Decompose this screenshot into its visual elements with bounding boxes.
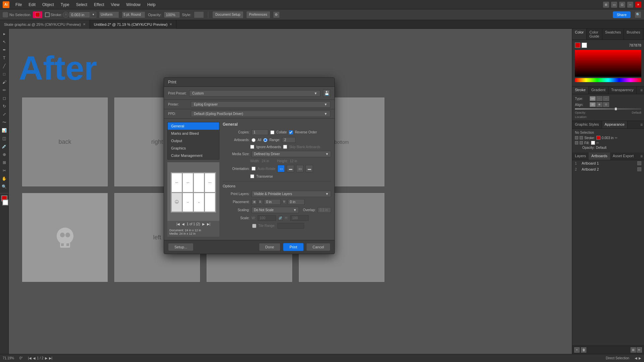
artboard-options-icon-2[interactable] bbox=[637, 167, 641, 171]
stroke-tab[interactable]: Stroke bbox=[572, 86, 589, 94]
fill-visibility-icon[interactable] bbox=[575, 141, 578, 144]
tab-close-2[interactable]: ✕ bbox=[169, 22, 172, 26]
document-setup-btn[interactable]: Document Setup bbox=[212, 11, 244, 18]
x-input[interactable] bbox=[264, 199, 281, 205]
placement-icon[interactable]: ⊞ bbox=[252, 199, 257, 205]
rect-tool[interactable]: □ bbox=[1, 70, 8, 78]
ppd-dropdown[interactable]: Default (Epilog PostScript Driver) ▼ bbox=[191, 111, 330, 117]
artboard-delete-btn[interactable]: 🗑 bbox=[581, 347, 586, 353]
warp-tool[interactable]: 〜 bbox=[1, 119, 8, 126]
y-input[interactable] bbox=[288, 199, 305, 205]
range-radio[interactable] bbox=[263, 138, 267, 142]
graphic-styles-tab[interactable]: Graphic Styles bbox=[572, 121, 602, 128]
gradient-tab[interactable]: Gradient bbox=[589, 86, 608, 94]
preset-save-icon[interactable]: 💾 bbox=[323, 89, 330, 97]
panel-bottom-icon-1[interactable]: ⊞ bbox=[631, 347, 636, 353]
current-stroke-swatch[interactable] bbox=[582, 43, 587, 48]
transverse-checkbox[interactable] bbox=[250, 174, 254, 178]
minimize-icon[interactable]: ─ bbox=[627, 2, 633, 8]
media-size-dropdown[interactable]: Defined by Driver ▼ bbox=[252, 151, 331, 157]
appearance-tab[interactable]: Appearance bbox=[602, 121, 628, 128]
orient-portrait-flip-btn[interactable]: ▭ bbox=[296, 165, 304, 172]
stroke-panel-menu-icon[interactable]: ≡ bbox=[639, 86, 644, 94]
nav-color-management[interactable]: Color Management bbox=[168, 152, 219, 159]
share-btn[interactable]: Share bbox=[613, 11, 631, 18]
stroke-color-swatch[interactable] bbox=[596, 136, 600, 140]
selection-tool-icon[interactable] bbox=[3, 12, 8, 17]
cancel-btn[interactable]: Cancel bbox=[306, 243, 330, 251]
artboard-tool[interactable]: ⊞ bbox=[1, 159, 8, 166]
printer-dropdown[interactable]: Epilog Engraver ▼ bbox=[191, 101, 330, 108]
scale-tool[interactable]: ⤢ bbox=[1, 111, 8, 118]
page-next-btn[interactable]: ▶ bbox=[45, 356, 48, 360]
canvas-area[interactable]: After back right bottom bbox=[9, 29, 572, 354]
stroke-type-dotted-btn[interactable]: ··· bbox=[603, 96, 609, 101]
stroke-down-icon[interactable]: ▼ bbox=[90, 12, 96, 18]
artboard-row-1[interactable]: 1 Artboard 1 bbox=[572, 160, 644, 166]
stroke-edit-icon[interactable]: ✏ bbox=[615, 136, 618, 140]
stroke-color-box[interactable] bbox=[45, 12, 50, 17]
line-tool[interactable]: ╱ bbox=[1, 62, 8, 70]
brushes-tab[interactable]: Brushes bbox=[624, 29, 643, 40]
opacity-handle[interactable] bbox=[615, 108, 617, 110]
status-icon-2[interactable]: ▶ bbox=[639, 356, 641, 360]
collate-checkbox[interactable] bbox=[270, 130, 274, 134]
menu-type[interactable]: Type bbox=[58, 2, 72, 8]
menu-file[interactable]: File bbox=[13, 2, 24, 8]
stroke-value-input[interactable] bbox=[69, 12, 90, 17]
menu-select[interactable]: Select bbox=[73, 2, 90, 8]
layers-menu-icon[interactable]: ≡ bbox=[639, 153, 644, 160]
tab-close-1[interactable]: ✕ bbox=[83, 22, 86, 26]
menu-object[interactable]: Object bbox=[40, 2, 57, 8]
preset-dropdown[interactable]: Custom ▼ bbox=[189, 90, 320, 97]
pencil-tool[interactable]: ✏ bbox=[1, 86, 8, 94]
tab-untitled[interactable]: Untitled-2* @ 71.19 % (CMYK/CPU Preview)… bbox=[90, 20, 177, 29]
scaling-dropdown[interactable]: Do Not Scale ▼ bbox=[252, 207, 299, 213]
done-btn[interactable]: Done bbox=[259, 243, 280, 251]
gradient-tool[interactable]: ◫ bbox=[1, 135, 8, 142]
tab-skate[interactable]: Skate graphic.ai @ 25% (CMYK/CPU Preview… bbox=[0, 20, 90, 29]
page-last-btn[interactable]: ▶| bbox=[49, 356, 53, 360]
pen-tool[interactable]: ✒ bbox=[1, 46, 8, 54]
color-spectrum[interactable] bbox=[575, 50, 641, 77]
eraser-tool[interactable]: ◻ bbox=[1, 95, 8, 102]
orient-portrait-btn[interactable]: ▭ bbox=[277, 165, 285, 172]
resize-icon[interactable]: ⊡ bbox=[619, 2, 625, 8]
nav-general[interactable]: General bbox=[168, 122, 219, 130]
paintbrush-tool[interactable]: 🖌 bbox=[1, 78, 8, 86]
copies-input[interactable] bbox=[252, 129, 268, 135]
menu-effect[interactable]: Effect bbox=[91, 2, 107, 8]
zoom-tool[interactable]: 🔍 bbox=[1, 183, 8, 190]
auto-rotate-checkbox[interactable] bbox=[252, 167, 256, 171]
artboards-tab[interactable]: Artboards bbox=[589, 153, 610, 160]
eyedropper-tool[interactable]: 💉 bbox=[1, 143, 8, 150]
preview-prev-icon[interactable]: ◀ bbox=[182, 222, 184, 226]
color-tab[interactable]: Color bbox=[572, 29, 587, 40]
lock-icon[interactable]: 🔗 bbox=[278, 216, 283, 221]
artboard-add-btn[interactable]: + bbox=[574, 347, 580, 353]
asset-export-tab[interactable]: Asset Export bbox=[610, 153, 636, 160]
orient-landscape-flip-btn[interactable]: ▬ bbox=[306, 165, 313, 172]
stroke-type-dashed-btn[interactable]: - - bbox=[596, 96, 602, 101]
fill-swatch-small[interactable] bbox=[580, 141, 583, 144]
align-center-btn[interactable]: ⊟ bbox=[590, 102, 596, 107]
swatches-tab[interactable]: Swatches bbox=[602, 29, 624, 40]
menu-help[interactable]: Help bbox=[145, 2, 158, 8]
fill-color-box[interactable] bbox=[33, 11, 42, 18]
preview-first-icon[interactable]: |◀ bbox=[176, 222, 180, 226]
range-input[interactable] bbox=[282, 137, 296, 143]
overlap-input[interactable] bbox=[318, 207, 331, 213]
select-tool[interactable]: ▸ bbox=[1, 30, 8, 38]
ignore-artboards-checkbox[interactable] bbox=[250, 145, 254, 149]
preview-next-icon[interactable]: ▶ bbox=[202, 222, 205, 226]
skip-blank-checkbox[interactable] bbox=[283, 145, 287, 149]
opacity-input[interactable] bbox=[164, 12, 179, 17]
nav-marks-bleed[interactable]: Marks and Bleed bbox=[168, 130, 219, 137]
menu-edit[interactable]: Edit bbox=[26, 2, 38, 8]
hue-gradient-bar[interactable] bbox=[575, 78, 641, 82]
stroke-style-dropdown[interactable]: Uniform bbox=[99, 11, 119, 18]
stroke-swatch-small[interactable] bbox=[580, 136, 583, 139]
page-prev-btn[interactable]: ◀ bbox=[33, 356, 36, 360]
rotate-tool[interactable]: ↻ bbox=[1, 103, 8, 110]
type-tool[interactable]: T bbox=[1, 54, 8, 62]
